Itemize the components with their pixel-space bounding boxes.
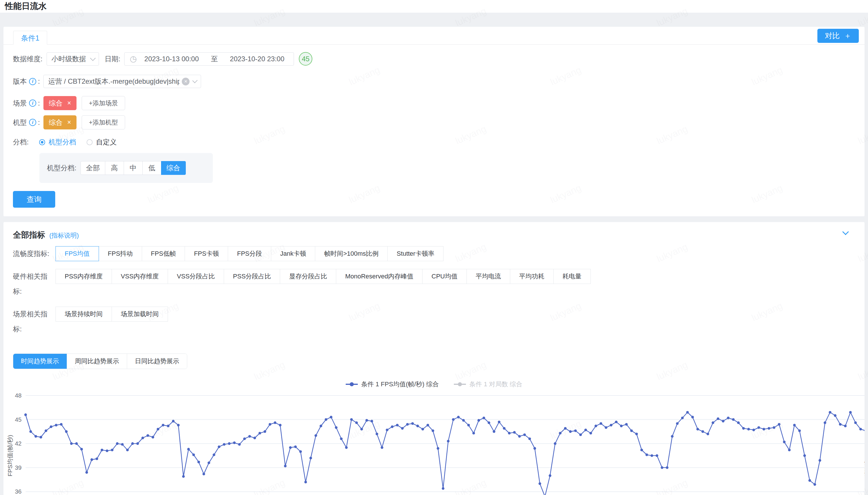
tier-option-0[interactable]: 全部 (81, 161, 105, 175)
metric-button-0-0[interactable]: FPS均值 (55, 246, 99, 261)
legend-item-0[interactable]: 条件 1 FPS均值(帧/秒) 综合 (346, 380, 439, 389)
tier-option-3[interactable]: 低 (142, 161, 161, 175)
device-label: 机型 (13, 118, 27, 127)
date-end-value: 2023-10-20 23:00 (230, 55, 284, 63)
tab-condition-1[interactable]: 条件1 (13, 31, 47, 45)
query-form: 数据维度: 小时级数据 日期: ◷ 2023-10-13 00:00 至 202… (3, 52, 865, 216)
dimension-value: 小时级数据 (51, 54, 86, 64)
metrics-panel-header: 全部指标 (指标说明) (3, 222, 865, 246)
metric-button-1-3[interactable]: PSS分段占比 (224, 269, 280, 284)
trend-tab-2[interactable]: 日同比趋势展示 (127, 354, 187, 369)
compare-add-button[interactable]: 对比＋ (817, 29, 859, 43)
tier-option-4[interactable]: 综合 (161, 161, 186, 175)
tier-radio-device-label: 机型分档 (49, 137, 76, 147)
version-value: 运营 / CBT2ext版本.-merge(debug|dev|shipping… (48, 77, 180, 86)
collapse-chevron-icon[interactable] (843, 229, 849, 235)
scene-row: 场景 i : 综合 × +添加场景 (13, 96, 865, 110)
tier-row: 分档: 机型分档 自定义 (13, 137, 865, 147)
line-chart-svg: 33363942454810-1321:00:0010-1404:00:0010… (3, 390, 865, 495)
legend-label: 条件 1 对局数 综合 (469, 380, 523, 389)
metric-rows: 流畅度指标:FPS均值FPS抖动FPS低帧FPS卡顿FPS分段Jank卡顿帧时间… (3, 246, 865, 337)
metric-button-2-0[interactable]: 场景持续时间 (55, 307, 112, 322)
metric-row-0: 流畅度指标:FPS均值FPS抖动FPS低帧FPS卡顿FPS分段Jank卡顿帧时间… (3, 246, 865, 261)
metric-button-0-4[interactable]: FPS分段 (228, 246, 271, 261)
page-title: 性能日流水 (5, 1, 47, 12)
info-icon[interactable]: i (29, 100, 36, 107)
tier-group-label: 机型分档: (47, 164, 76, 173)
metric-button-1-1[interactable]: VSS内存维度 (111, 269, 168, 284)
metric-button-0-1[interactable]: FPS抖动 (99, 246, 142, 261)
scene-tag[interactable]: 综合 × (44, 96, 76, 110)
close-icon[interactable]: × (67, 99, 71, 107)
tier-radio-custom[interactable]: 自定义 (87, 137, 117, 147)
metric-row-label: 场景相关指标: (13, 307, 56, 337)
date-start-value: 2023-10-13 00:00 (144, 55, 199, 63)
metric-buttons: FPS均值FPS抖动FPS低帧FPS卡顿FPS分段Jank卡顿帧时间>100ms… (56, 246, 444, 261)
version-label: 版本 (13, 77, 27, 86)
legend-label: 条件 1 FPS均值(帧/秒) 综合 (361, 380, 439, 389)
dimension-select[interactable]: 小时级数据 (47, 52, 99, 66)
trend-tab-0[interactable]: 时间趋势展示 (13, 354, 67, 369)
metrics-doc-link[interactable]: (指标说明) (49, 232, 79, 239)
metric-button-0-3[interactable]: FPS卡顿 (185, 246, 228, 261)
metric-button-1-6[interactable]: CPU均值 (422, 269, 467, 284)
tier-radio-custom-label: 自定义 (96, 137, 117, 147)
scene-label: 场景 (13, 99, 27, 108)
plus-icon: ＋ (844, 31, 851, 40)
tier-option-1[interactable]: 高 (105, 161, 124, 175)
legend-marker-icon (346, 382, 358, 387)
metrics-panel: 全部指标 (指标说明) 流畅度指标:FPS均值FPS抖动FPS低帧FPS卡顿FP… (3, 222, 865, 495)
metric-row-label: 流畅度指标: (13, 246, 56, 261)
version-select[interactable]: 运营 / CBT2ext版本.-merge(debug|dev|shipping… (44, 75, 201, 88)
device-tag-label: 综合 (49, 118, 63, 127)
metric-button-0-7[interactable]: Stutter卡顿率 (387, 246, 444, 261)
svg-text:39: 39 (15, 464, 21, 471)
colon: : (38, 99, 40, 107)
metric-button-0-5[interactable]: Jank卡顿 (271, 246, 315, 261)
metric-button-1-7[interactable]: 平均电流 (467, 269, 510, 284)
radio-selected-icon (39, 139, 45, 145)
metrics-title: 全部指标 (13, 231, 45, 239)
trend-tab-1[interactable]: 周同比趋势展示 (67, 354, 127, 369)
condition-tabstrip: 条件1 对比＋ (3, 27, 865, 45)
metric-button-1-2[interactable]: VSS分段占比 (168, 269, 224, 284)
clock-icon: ◷ (130, 55, 137, 63)
chevron-down-icon (192, 78, 198, 83)
svg-text:36: 36 (15, 488, 21, 495)
legend-item-1[interactable]: 条件 1 对局数 综合 (454, 380, 523, 389)
dimension-label: 数据维度: (13, 54, 42, 64)
tier-option-2[interactable]: 中 (124, 161, 143, 175)
info-icon[interactable]: i (29, 119, 36, 126)
metric-button-1-4[interactable]: 显存分段占比 (280, 269, 336, 284)
metric-buttons: PSS内存维度VSS内存维度VSS分段占比PSS分段占比显存分段占比MonoRe… (56, 269, 591, 284)
add-device-button[interactable]: +添加机型 (82, 115, 125, 130)
info-icon[interactable]: i (29, 78, 36, 85)
tier-options-box: 机型分档: 全部高中低综合 (39, 153, 213, 183)
metric-buttons: 场景持续时间场景加载时间 (56, 307, 168, 322)
query-button[interactable]: 查询 (13, 191, 55, 208)
metric-button-1-5[interactable]: MonoReserved内存峰值 (336, 269, 422, 284)
metric-button-0-2[interactable]: FPS低帧 (142, 246, 185, 261)
close-icon[interactable]: × (67, 119, 71, 126)
metric-button-2-1[interactable]: 场景加载时间 (111, 307, 168, 322)
tier-label: 分档: (13, 137, 29, 147)
device-tag[interactable]: 综合 × (44, 115, 76, 130)
tier-segmented-control: 全部高中低综合 (81, 161, 186, 175)
svg-text:45: 45 (15, 416, 21, 423)
metric-row-2: 场景相关指标:场景持续时间场景加载时间 (3, 307, 865, 337)
clear-icon[interactable]: × (182, 78, 190, 85)
tier-radio-device[interactable]: 机型分档 (39, 137, 76, 147)
add-scene-button[interactable]: +添加场景 (82, 96, 125, 110)
radio-unselected-icon (87, 139, 92, 145)
trend-chart: 33363942454810-1321:00:0010-1404:00:0010… (3, 390, 865, 495)
compare-label: 对比 (825, 31, 840, 40)
days-count-badge: 45 (299, 52, 312, 66)
date-to-label: 至 (211, 54, 218, 64)
date-range-picker[interactable]: ◷ 2023-10-13 00:00 至 2023-10-20 23:00 (124, 52, 294, 66)
dimension-date-row: 数据维度: 小时级数据 日期: ◷ 2023-10-13 00:00 至 202… (13, 52, 865, 66)
query-condition-panel: 条件1 对比＋ 数据维度: 小时级数据 日期: ◷ 2023-10-13 00:… (3, 27, 865, 216)
metric-button-1-8[interactable]: 平均功耗 (510, 269, 554, 284)
metric-button-0-6[interactable]: 帧时间>100ms比例 (315, 246, 388, 261)
metric-button-1-0[interactable]: PSS内存维度 (55, 269, 112, 284)
metric-button-1-9[interactable]: 耗电量 (553, 269, 591, 284)
